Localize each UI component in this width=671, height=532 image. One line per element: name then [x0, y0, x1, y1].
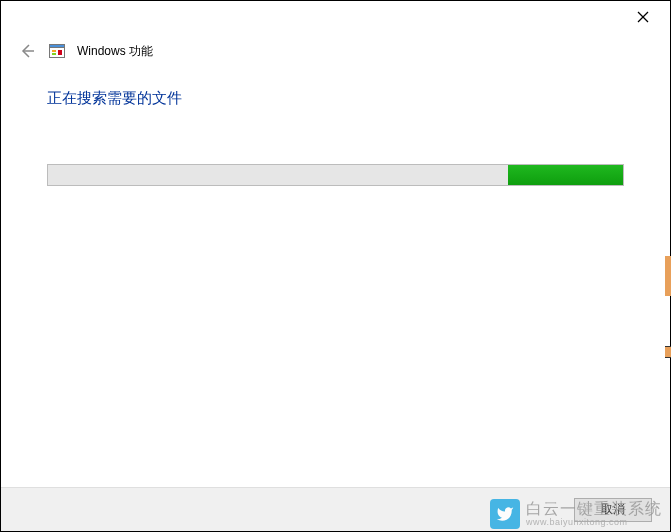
- side-accent: [665, 346, 671, 358]
- svg-rect-5: [52, 50, 56, 52]
- content-area: 正在搜索需要的文件: [1, 61, 670, 186]
- status-message: 正在搜索需要的文件: [47, 89, 624, 108]
- app-icon: [49, 43, 65, 59]
- side-accent: [665, 256, 671, 296]
- close-icon: [637, 11, 649, 23]
- svg-rect-4: [50, 45, 65, 48]
- header-row: Windows 功能: [1, 33, 670, 61]
- back-button: [17, 41, 37, 61]
- progress-bar: [47, 164, 624, 186]
- cancel-button[interactable]: 取消: [574, 498, 652, 522]
- svg-rect-7: [58, 50, 62, 55]
- back-arrow-icon: [19, 43, 35, 59]
- titlebar: [1, 1, 670, 33]
- window-title: Windows 功能: [77, 43, 153, 60]
- dialog-window: Windows 功能 正在搜索需要的文件 取消 白云一键重装系统 www.bai…: [0, 0, 671, 532]
- svg-rect-6: [52, 53, 56, 55]
- footer: 取消: [1, 487, 670, 531]
- close-button[interactable]: [628, 2, 658, 32]
- progress-fill: [508, 165, 623, 185]
